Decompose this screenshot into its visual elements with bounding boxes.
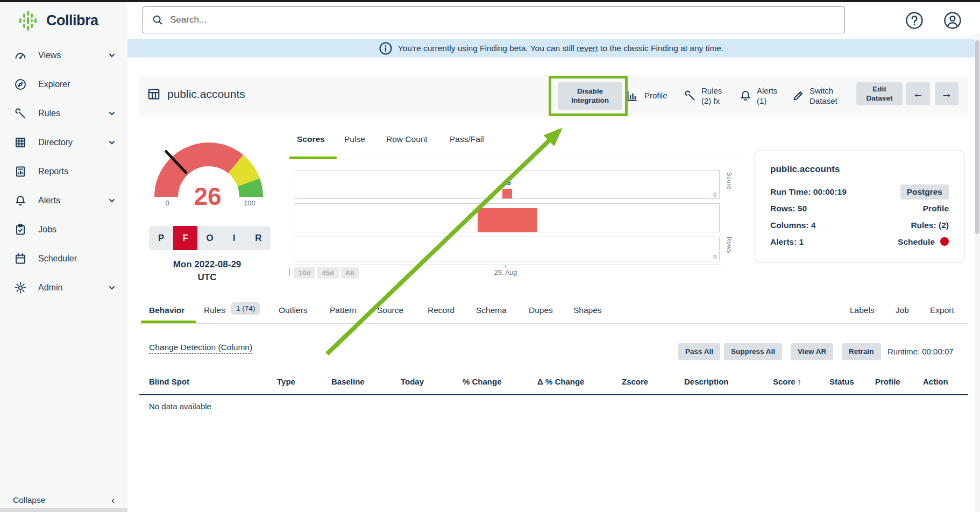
sidebar-item-views[interactable]: Views	[0, 46, 127, 65]
tab-pass-fail[interactable]: Pass/Fail	[450, 134, 484, 144]
bell-icon	[739, 89, 752, 102]
profile-action[interactable]: Profile	[626, 83, 667, 109]
tab-pulse[interactable]: Pulse	[344, 134, 365, 144]
sidebar-item-reports[interactable]: Reports	[0, 162, 127, 181]
previous-dataset-button[interactable]: ←	[906, 82, 930, 105]
navigator-handle[interactable]	[289, 268, 290, 276]
tab-rules[interactable]: Rules	[204, 305, 225, 315]
rules-count[interactable]: Rules: (2)	[911, 221, 949, 230]
sidebar-item-rules[interactable]: Rules	[0, 104, 127, 123]
sidebar-item-jobs[interactable]: Jobs	[0, 221, 127, 239]
chart-x-tick-label: 29. Aug	[487, 269, 524, 276]
col-baseline: Baseline	[331, 377, 365, 386]
profile-link[interactable]: Profile	[923, 204, 949, 214]
rows-bar[interactable]	[478, 208, 537, 232]
disable-integration-button[interactable]: Disable Integration	[558, 82, 622, 110]
score-axis-min: 0	[713, 191, 716, 198]
edit-dataset-line2: Dataset	[867, 94, 893, 102]
tab-source[interactable]: Source	[377, 305, 403, 315]
brand-name: Collibra	[46, 12, 98, 29]
gauge-min-label: 0	[155, 199, 179, 207]
col-pct-change: % Change	[463, 377, 502, 386]
sidebar-item-label: Reports	[38, 167, 68, 176]
tab-record[interactable]: Record	[428, 305, 455, 315]
banner-text-before: You're currently using Finding beta. You…	[398, 44, 577, 53]
rules-tab-badge[interactable]: 1 (74)	[231, 302, 260, 315]
switch-dataset-action[interactable]: SwitchDataset	[792, 83, 837, 109]
tab-export[interactable]: Export	[930, 305, 954, 315]
pfoir-p[interactable]: P	[149, 226, 173, 250]
sidebar-item-scheduler[interactable]: Scheduler	[0, 250, 127, 268]
rules-line1: Rules	[701, 86, 722, 95]
schedule-label: Schedule	[898, 237, 935, 246]
run-date: Mon 2022-08-29	[139, 259, 275, 270]
dataset-header: public.accounts Disable Integration Prof…	[139, 75, 968, 116]
col-score-sortable[interactable]: Score ↑	[773, 377, 801, 386]
tab-scores[interactable]: Scores	[297, 134, 325, 144]
page-scrollbar-thumb[interactable]	[975, 40, 979, 234]
tab-dupes[interactable]: Dupes	[529, 305, 553, 315]
sidebar-item-directory[interactable]: Directory	[0, 133, 127, 152]
search-input[interactable]	[170, 15, 815, 25]
pfoir-f-active[interactable]: F	[173, 226, 197, 250]
rules-line2: (2) fx	[701, 96, 720, 105]
alerts-action[interactable]: Alerts(1)	[739, 83, 777, 109]
middle-chart-panel	[294, 203, 720, 232]
disable-integration-line2: Integration	[571, 96, 609, 104]
sort-up-icon: ↑	[798, 377, 802, 386]
tab-job[interactable]: Job	[896, 305, 909, 315]
compass-icon	[14, 77, 28, 91]
score-bar[interactable]	[502, 189, 512, 198]
pfoir-r[interactable]: R	[246, 226, 271, 250]
tab-row-count[interactable]: Row Count	[386, 134, 428, 144]
profile-action-label: Profile	[644, 90, 667, 101]
tab-behavior[interactable]: Behavior	[149, 305, 184, 315]
pfoir-o[interactable]: O	[197, 226, 222, 250]
tab-pattern[interactable]: Pattern	[330, 305, 357, 315]
sidebar-item-explorer[interactable]: Explorer	[0, 75, 127, 94]
search-icon	[152, 14, 164, 26]
bell-icon	[14, 194, 28, 208]
pass-all-button[interactable]: Pass All	[678, 343, 720, 360]
pfoir-selector: P F O I R	[149, 226, 271, 250]
view-ar-button[interactable]: View AR	[791, 343, 833, 360]
help-icon	[905, 11, 924, 30]
zoom-all-button[interactable]: All	[340, 267, 359, 279]
chevron-down-icon	[108, 110, 116, 117]
schedule-status[interactable]: Schedule	[898, 237, 949, 247]
zoom-10d-button[interactable]: 10d	[294, 267, 315, 279]
rows-axis-min: 0	[713, 254, 716, 260]
connection-badge[interactable]: Postgres	[900, 184, 949, 200]
edit-dataset-button[interactable]: Edit Dataset	[856, 82, 903, 105]
retrain-button[interactable]: Retrain	[842, 343, 881, 360]
sidebar: Collibra Views Explorer	[0, 2, 127, 512]
rules-action[interactable]: Rules(2) fx	[684, 83, 722, 109]
banner-text-after: to the classic Finding at any time.	[598, 44, 723, 53]
tab-shapes[interactable]: Shapes	[573, 305, 602, 315]
change-detection-link[interactable]: Change Detection (Column)	[149, 343, 252, 354]
tab-outliers[interactable]: Outliers	[279, 305, 307, 315]
sidebar-scrollbar[interactable]	[0, 508, 127, 512]
revert-link[interactable]: revert	[577, 44, 598, 53]
pfoir-i[interactable]: I	[222, 226, 246, 250]
collibra-logo[interactable]: Collibra	[16, 9, 98, 32]
active-tab-underline	[289, 157, 337, 159]
account-button[interactable]	[942, 10, 963, 31]
info-card-title: public.accounts	[770, 164, 949, 175]
next-dataset-button[interactable]: →	[935, 82, 958, 105]
gear-icon	[14, 281, 28, 295]
sidebar-item-admin[interactable]: Admin	[0, 279, 127, 297]
clipboard-icon	[14, 223, 28, 237]
suppress-all-button[interactable]: Suppress All	[724, 343, 782, 360]
info-row-columns: Columns: 4 Rules: (2)	[770, 217, 949, 233]
chevron-left-icon: ‹	[111, 495, 115, 506]
info-row-alerts: Alerts: 1 Schedule	[770, 233, 949, 250]
help-button[interactable]	[904, 10, 925, 31]
sidebar-item-alerts[interactable]: Alerts	[0, 191, 127, 210]
sidebar-collapse-button[interactable]: Collapse ‹	[0, 492, 127, 508]
zoom-45d-button[interactable]: 45d	[317, 267, 338, 279]
tab-labels[interactable]: Labels	[850, 305, 875, 315]
switch-line2: Dataset	[809, 96, 837, 105]
tab-schema[interactable]: Schema	[476, 305, 507, 315]
score-bar-label: 26	[495, 179, 519, 187]
